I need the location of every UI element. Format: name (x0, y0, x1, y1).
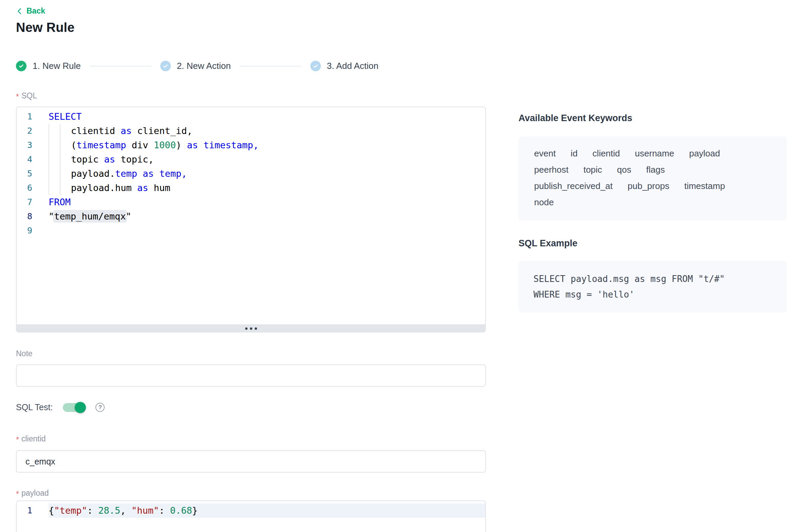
note-input[interactable] (16, 364, 486, 387)
sql-example-panel: SELECT payload.msg as msg FROM "t/#"WHER… (519, 261, 787, 312)
token-str: "hum" (131, 505, 159, 516)
token-txt (198, 140, 203, 150)
code-line-6[interactable]: 6payload.hum as hum (17, 181, 485, 195)
indent-guide (60, 124, 60, 138)
line-number: 1 (17, 504, 32, 518)
token-txt: " (126, 211, 131, 222)
clientid-input[interactable] (16, 450, 486, 473)
payload-code-editor[interactable]: 1{"temp": 28.5, "hum": 0.68} (16, 500, 486, 532)
line-number: 4 (17, 152, 32, 167)
keyword-publish_received_at: publish_received_at (534, 178, 613, 194)
indent-guide (49, 138, 49, 152)
back-link[interactable]: Back (16, 6, 45, 16)
keyword-row: peerhosttopicqosflags (534, 162, 771, 178)
code-line-content: "temp_hum/emqx" (49, 209, 485, 224)
step-1-new-rule[interactable]: 1. New Rule (16, 61, 81, 71)
step-label: 3. Add Action (327, 61, 379, 71)
code-tokens: (timestamp div 1000) as timestamp, (49, 138, 259, 152)
line-number: 8 (17, 209, 32, 224)
clientid-field-label: * clientid (16, 434, 46, 444)
keyword-row: node (534, 194, 771, 210)
indent-guide (60, 181, 60, 195)
note-label-text: Note (16, 349, 33, 358)
page-title: New Rule (16, 20, 486, 35)
token-kw: timestamp (76, 140, 126, 150)
line-number: 5 (17, 167, 32, 181)
line-number: 9 (17, 224, 32, 238)
sql-label-text: SQL (21, 91, 37, 100)
code-line-4[interactable]: 4topic as topic, (17, 152, 485, 167)
keyword-topic: topic (583, 162, 602, 178)
keyword-qos: qos (617, 162, 631, 178)
code-line-3[interactable]: 3(timestamp div 1000) as timestamp, (17, 138, 485, 152)
step-3-add-action[interactable]: 3. Add Action (310, 61, 379, 71)
token-txt: topic, (115, 154, 154, 165)
note-field-label: Note (16, 349, 33, 358)
token-txt: : (159, 505, 170, 516)
code-line-content: (timestamp div 1000) as timestamp, (49, 138, 485, 152)
indent-guide (49, 181, 49, 195)
line-number: 1 (17, 110, 32, 124)
token-txt: ) (176, 140, 187, 150)
code-line-5[interactable]: 5payload.temp as temp, (17, 167, 485, 181)
required-asterisk: * (16, 490, 19, 498)
clientid-label-text: clientid (21, 434, 46, 443)
code-line-content: clientid as client_id, (49, 124, 485, 138)
step-2-new-action[interactable]: 2. New Action (160, 61, 231, 71)
sql-editor-content[interactable]: 1SELECT2clientid as client_id,3(timestam… (16, 107, 486, 324)
editor-resize-handle[interactable] (16, 324, 486, 332)
token-txt: } (192, 505, 198, 516)
code-line-9[interactable]: 9 (17, 224, 485, 238)
line-number: 7 (17, 195, 32, 209)
line-number: 6 (17, 181, 32, 195)
indent-guide (60, 152, 60, 167)
sql-code-editor[interactable]: 1SELECT2clientid as client_id,3(timestam… (16, 107, 486, 332)
payload-editor-content[interactable]: 1{"temp": 28.5, "hum": 0.68} (16, 500, 486, 532)
sql-example-line: SELECT payload.msg as msg FROM "t/#" (533, 271, 772, 287)
token-hl: temp_hum/emqx (54, 211, 126, 222)
token-txt: { (49, 505, 54, 516)
code-line-1[interactable]: 1SELECT (17, 110, 485, 124)
token-str: "temp" (54, 505, 87, 516)
check-circle-icon (16, 61, 26, 71)
token-num: 28.5 (98, 505, 120, 516)
token-kw: SELECT (49, 111, 82, 122)
code-line-content: topic as topic, (49, 152, 485, 167)
back-label: Back (26, 6, 45, 16)
keyword-timestamp: timestamp (684, 178, 725, 194)
code-line-7[interactable]: 7FROM (17, 195, 485, 209)
code-line-content: payload.temp as temp, (49, 167, 485, 181)
step-connector (90, 66, 151, 66)
indent-guide (60, 138, 60, 152)
sql-test-row: SQL Test: ? (16, 402, 486, 412)
token-txt: topic (71, 154, 104, 165)
chevron-left-icon (16, 7, 23, 15)
keyword-payload: payload (689, 145, 720, 162)
code-tokens: {"temp": 28.5, "hum": 0.68} (49, 504, 198, 518)
keyword-clientid: clientid (593, 145, 620, 162)
sql-test-label: SQL Test: (16, 402, 53, 412)
token-txt: div (126, 140, 154, 150)
keyword-event: event (534, 145, 556, 162)
code-line-2[interactable]: 2clientid as client_id, (17, 124, 485, 138)
sql-test-toggle[interactable] (63, 403, 85, 412)
token-txt: hum (148, 183, 170, 193)
token-kw: as (121, 126, 132, 136)
code-tokens: topic as topic, (49, 152, 154, 167)
code-line-8[interactable]: 8"temp_hum/emqx" (17, 209, 485, 224)
token-txt: payload.hum (71, 183, 137, 193)
main-form-column: Back New Rule 1. New Rule 2. New Action … (16, 0, 486, 532)
code-line-content (49, 224, 485, 238)
code-line-1[interactable]: 1{"temp": 28.5, "hum": 0.68} (17, 504, 485, 518)
token-txt (154, 168, 159, 179)
help-question-icon[interactable]: ? (95, 403, 105, 412)
indent-guide (60, 167, 60, 181)
token-kw: temp (115, 168, 137, 179)
indent-guide (49, 167, 49, 181)
keyword-id: id (571, 145, 578, 162)
sql-example-title: SQL Example (519, 238, 787, 249)
indent-guide (49, 152, 49, 167)
token-num: 0.68 (170, 505, 192, 516)
token-kw: as (143, 168, 154, 179)
token-txt: " (49, 211, 54, 222)
